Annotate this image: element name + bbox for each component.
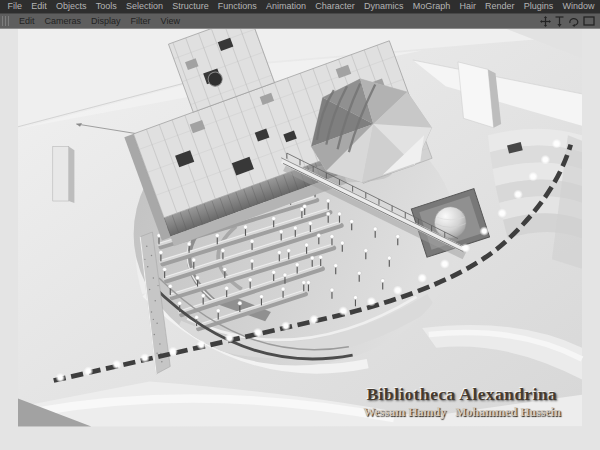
vp-menu-edit[interactable]: Edit — [14, 14, 40, 28]
menu-plugins[interactable]: Plugins — [519, 0, 558, 13]
viewport-menubar: Edit Cameras Display Filter View — [0, 13, 600, 28]
planetarium-sphere — [434, 207, 466, 239]
pan-icon[interactable] — [540, 16, 551, 27]
menu-functions[interactable]: Functions — [213, 0, 261, 13]
vp-menu-view[interactable]: View — [156, 14, 185, 28]
vp-menu-cameras[interactable]: Cameras — [40, 14, 87, 28]
rotate-icon[interactable] — [568, 16, 580, 27]
menu-render[interactable]: Render — [481, 0, 520, 13]
menu-animation[interactable]: Animation — [261, 0, 310, 13]
menu-selection[interactable]: Selection — [121, 0, 167, 13]
viewport-nav-icons — [540, 16, 600, 27]
menu-edit[interactable]: Edit — [27, 0, 52, 13]
menu-hair[interactable]: Hair — [455, 0, 481, 13]
menu-dynamics[interactable]: Dynamics — [359, 0, 408, 13]
menu-file[interactable]: File — [3, 0, 27, 13]
vp-menu-filter[interactable]: Filter — [126, 14, 156, 28]
menu-structure[interactable]: Structure — [168, 0, 214, 13]
grip-icon[interactable] — [2, 16, 11, 26]
menu-tools[interactable]: Tools — [91, 0, 121, 13]
app-menubar: File Edit Objects Tools Selection Struct… — [0, 0, 600, 13]
menu-window[interactable]: Window — [558, 0, 599, 13]
menu-objects[interactable]: Objects — [51, 0, 91, 13]
zoom-icon[interactable] — [554, 16, 565, 27]
menu-mograph[interactable]: MoGraph — [408, 0, 455, 13]
3d-viewport[interactable]: Bibliotheca Alexandrina Wessam Hamdy Moh… — [0, 28, 600, 450]
vp-menu-display[interactable]: Display — [86, 14, 126, 28]
viewport-canvas[interactable] — [0, 29, 600, 450]
menu-character[interactable]: Character — [311, 0, 360, 13]
toggle-view-icon[interactable] — [583, 16, 595, 26]
